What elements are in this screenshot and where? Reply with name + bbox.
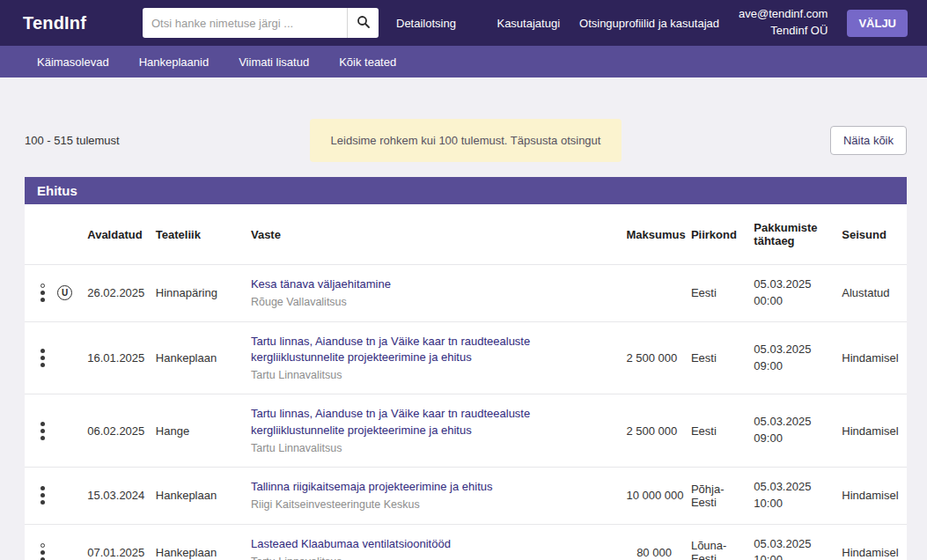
results-count: 100 - 515 tulemust [25,134,120,147]
user-email: ave@tendinf.com [739,6,828,23]
row-notice-type: Hankeplaan [149,321,244,394]
row-region: Lõuna-Eesti [684,524,747,560]
row-deadline-time: 09:00 [754,431,828,447]
column-icons [25,204,80,265]
table-header: Avaldatud Teateliik Vaste Maksumus Piirk… [25,204,907,265]
column-teateliik: Teateliik [149,204,244,265]
profiles-link[interactable]: Otsinguprofiilid ja kasutajad [579,17,719,30]
row-amount: 2 500 000 [626,351,677,365]
section-header-ehitus: Ehitus [25,177,907,204]
table-body: U 26.02.2025 Hinnapäring Kesa tänava väl… [25,265,907,560]
kebab-menu-icon[interactable] [39,484,47,506]
row-deadline-time: 09:00 [754,358,828,375]
row-deadline-time: 10:00 [754,496,828,512]
results-table-card: Ehitus Avaldatud Teateliik Vaste Maksumu… [25,177,907,560]
row-published-date: 06.02.2025 [80,394,149,468]
show-all-button[interactable]: Näita kõik [830,126,907,155]
results-notice: Leidsime rohkem kui 100 tulemust. Täpsus… [310,119,622,162]
row-region: Põhja-Eesti [684,467,747,524]
results-table: Avaldatud Teateliik Vaste Maksumus Piirk… [25,204,907,560]
row-deadline-date: 05.03.2025 [754,479,828,496]
column-seisund: Seisund [835,204,907,265]
row-notice-type: Hankeplaan [149,524,244,560]
row-title-link[interactable]: Kesa tänava väljaehitamine [251,276,613,292]
search-input[interactable] [143,8,347,38]
header-right: Kasutajatugi Otsinguprofiilid ja kasutaj… [497,6,908,40]
top-header: TendInf Detailotsing Kasutajatugi Otsing… [0,0,927,46]
update-badge-icon: U [57,285,72,300]
user-block: ave@tendinf.com Tendinf OÜ [739,6,828,40]
row-status: Hindamisel [835,394,907,468]
nav-item-hankeplaanid[interactable]: Hankeplaanid [139,55,210,69]
row-region: Eesti [684,265,747,322]
table-row[interactable]: U 15.03.2024 Hankeplaan Tallinna riigika… [25,467,907,524]
user-org: Tendinf OÜ [739,23,828,40]
row-deadline-time: 00:00 [754,293,828,310]
main-nav: Käimasolevad Hankeplaanid Viimati lisatu… [0,46,927,77]
search-button[interactable] [347,8,379,38]
table-row[interactable]: U 26.02.2025 Hinnapäring Kesa tänava väl… [25,265,907,322]
row-organization: Tartu Linnavalitsus [251,441,613,455]
column-piirkond: Piirkond [684,204,747,265]
nav-item-kaimasolevad[interactable]: Käimasolevad [37,55,109,69]
row-notice-type: Hankeplaan [149,467,244,524]
detail-search-link[interactable]: Detailotsing [396,17,456,30]
row-published-date: 26.02.2025 [80,265,149,322]
row-title-link[interactable]: Tartu linnas, Aianduse tn ja Väike kaar … [251,406,613,438]
row-organization: Tartu Linnavalitsus [251,368,613,382]
row-status: Hindamisel [835,467,907,524]
row-notice-type: Hange [149,394,244,468]
table-row[interactable]: U 16.01.2025 Hankeplaan Tartu linnas, Ai… [25,321,907,394]
results-bar: 100 - 515 tulemust Leidsime rohkem kui 1… [25,119,907,162]
column-maksumus: Maksumus [619,204,683,265]
row-deadline-date: 05.03.2025 [754,342,828,358]
app-logo: TendInf [23,13,127,33]
column-tahtaeg: Pakkumiste tähtaeg [747,204,835,265]
kebab-menu-icon[interactable] [39,347,47,369]
kebab-menu-icon[interactable] [39,282,47,304]
table-row[interactable]: U 07.01.2025 Hankeplaan Lasteaed Klaabum… [25,524,907,560]
search-icon [357,15,371,32]
row-amount: 2 500 000 [626,424,677,438]
row-amount: 80 000 [636,546,672,559]
row-deadline-date: 05.03.2025 [754,536,828,553]
row-region: Eesti [684,321,747,394]
row-organization: Riigi Kaitseinvesteeringute Keskus [251,497,613,512]
column-avaldatud: Avaldatud [80,204,149,265]
support-link[interactable]: Kasutajatugi [497,17,560,30]
logout-button[interactable]: VÄLJU [847,10,908,37]
search-group [143,8,379,38]
row-notice-type: Hinnapäring [149,265,244,322]
nav-item-koik-teated[interactable]: Kõik teated [339,55,396,69]
main-content: 100 - 515 tulemust Leidsime rohkem kui 1… [0,119,927,560]
row-status: Hindamisel [835,524,907,560]
row-published-date: 07.01.2025 [80,524,149,560]
kebab-menu-icon[interactable] [39,420,47,442]
row-published-date: 16.01.2025 [80,321,149,394]
nav-item-viimati-lisatud[interactable]: Viimati lisatud [239,55,309,69]
row-organization: Tartu Linnavalitsus [251,555,613,560]
row-deadline-date: 05.03.2025 [754,276,828,293]
row-region: Eesti [684,394,747,468]
row-title-link[interactable]: Tallinna riigikaitsemaja projekteerimine… [251,479,613,495]
row-amount: 10 000 000 [626,489,683,502]
row-deadline-date: 05.03.2025 [754,414,828,431]
row-published-date: 15.03.2024 [80,467,149,524]
row-deadline-time: 10:00 [754,552,828,560]
kebab-menu-icon[interactable] [39,542,47,560]
row-status: Hindamisel [835,321,907,394]
row-title-link[interactable]: Lasteaed Klaabumaa ventilatsioonitööd [251,536,613,552]
row-status: Alustatud [835,265,907,322]
row-organization: Rõuge Vallavalitsus [251,295,613,309]
row-title-link[interactable]: Tartu linnas, Aianduse tn ja Väike kaar … [251,334,613,365]
table-row[interactable]: U 06.02.2025 Hange Tartu linnas, Aiandus… [25,394,907,468]
column-vaste: Vaste [244,204,620,265]
